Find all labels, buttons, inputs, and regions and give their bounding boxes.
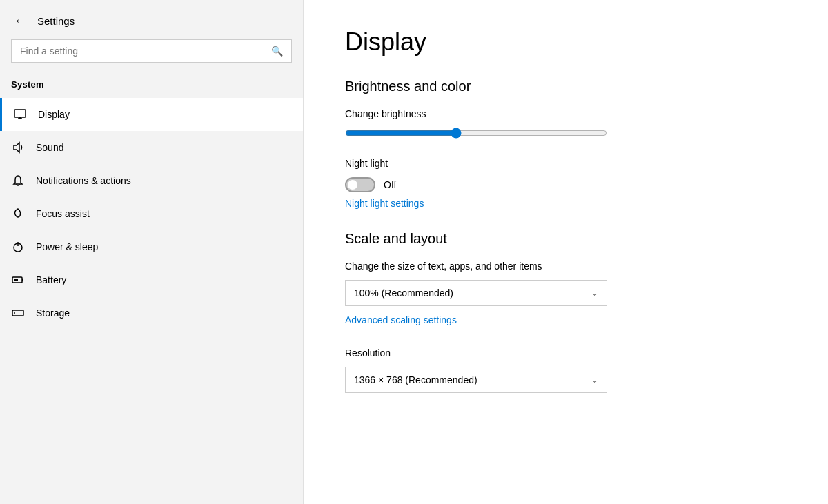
brightness-container: Change brightness <box>345 108 787 141</box>
sidebar: ← Settings 🔍 System Display Sound <box>0 0 304 504</box>
sidebar-item-notifications[interactable]: Notifications & actions <box>0 164 303 197</box>
sidebar-item-focus[interactable]: Focus assist <box>0 197 303 230</box>
sidebar-label-battery: Battery <box>36 274 66 285</box>
sidebar-label-sound: Sound <box>36 142 63 153</box>
toggle-knob <box>348 180 357 190</box>
night-light-state: Off <box>384 179 396 190</box>
night-light-section: Night light Off Night light settings <box>345 158 787 209</box>
main-content: Display Brightness and color Change brig… <box>304 0 828 504</box>
search-input[interactable] <box>20 46 266 57</box>
page-title: Display <box>345 28 787 57</box>
sidebar-item-display[interactable]: Display <box>0 98 303 131</box>
scale-dropdown[interactable]: 100% (Recommended) ⌄ <box>345 280 607 306</box>
system-label: System <box>0 74 303 98</box>
app-title: Settings <box>37 15 75 27</box>
svg-rect-8 <box>14 279 18 281</box>
advanced-scaling-link[interactable]: Advanced scaling settings <box>345 314 787 325</box>
notifications-icon <box>11 174 25 188</box>
resolution-dropdown[interactable]: 1366 × 768 (Recommended) ⌄ <box>345 367 607 393</box>
sidebar-item-battery[interactable]: Battery <box>0 263 303 296</box>
sidebar-header: ← Settings <box>0 0 303 39</box>
resolution-chevron-icon: ⌄ <box>591 375 598 385</box>
night-light-toggle[interactable] <box>345 177 375 192</box>
scale-section: Change the size of text, apps, and other… <box>345 261 787 325</box>
brightness-slider[interactable] <box>345 128 607 139</box>
sidebar-item-sound[interactable]: Sound <box>0 131 303 164</box>
sidebar-label-notifications: Notifications & actions <box>36 175 131 186</box>
search-box: 🔍 <box>11 39 292 63</box>
resolution-section: Resolution 1366 × 768 (Recommended) ⌄ <box>345 347 787 393</box>
section-title-scale: Scale and layout <box>345 231 787 247</box>
svg-rect-7 <box>22 279 23 281</box>
sidebar-label-power: Power & sleep <box>36 241 98 252</box>
sidebar-item-storage[interactable]: Storage <box>0 296 303 330</box>
focus-icon <box>11 207 25 221</box>
svg-marker-3 <box>14 143 19 152</box>
night-light-toggle-row: Off <box>345 177 787 192</box>
scale-chevron-icon: ⌄ <box>591 288 598 298</box>
night-light-label: Night light <box>345 158 787 169</box>
back-button[interactable]: ← <box>11 11 29 31</box>
resolution-value: 1366 × 768 (Recommended) <box>354 374 477 385</box>
power-icon <box>11 240 25 254</box>
sidebar-label-display: Display <box>38 109 70 120</box>
sidebar-label-storage: Storage <box>36 308 70 319</box>
storage-icon <box>11 306 25 320</box>
sound-icon <box>11 141 25 154</box>
brightness-label: Change brightness <box>345 108 787 119</box>
battery-icon <box>11 273 25 287</box>
scale-value: 100% (Recommended) <box>354 288 453 299</box>
night-light-settings-link[interactable]: Night light settings <box>345 198 787 209</box>
section-title-brightness: Brightness and color <box>345 79 787 94</box>
svg-rect-0 <box>14 110 26 117</box>
search-icon[interactable]: 🔍 <box>271 46 283 57</box>
display-icon <box>13 108 27 121</box>
sidebar-label-focus: Focus assist <box>36 208 90 219</box>
sidebar-item-power[interactable]: Power & sleep <box>0 230 303 263</box>
resolution-label: Resolution <box>345 347 787 359</box>
scale-label: Change the size of text, apps, and other… <box>345 261 787 272</box>
